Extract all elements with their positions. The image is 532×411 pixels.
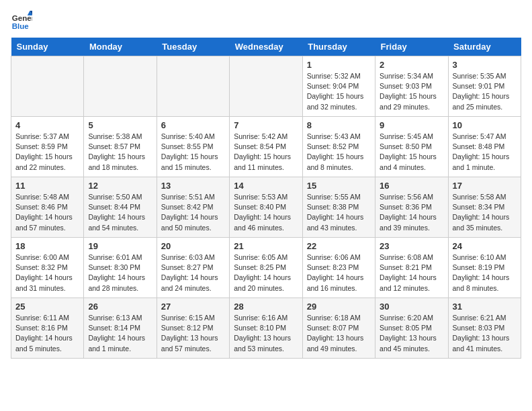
day-info: Sunrise: 5:50 AM Sunset: 8:44 PM Dayligh…	[88, 192, 152, 233]
day-number: 9	[380, 120, 443, 130]
calendar-week-row: 18Sunrise: 6:00 AM Sunset: 8:32 PM Dayli…	[11, 238, 521, 298]
calendar-cell	[157, 56, 229, 117]
weekday-header: Sunday	[11, 38, 84, 56]
calendar-cell: 31Sunrise: 6:21 AM Sunset: 8:03 PM Dayli…	[448, 298, 521, 359]
day-number: 30	[380, 302, 443, 312]
calendar-week-row: 11Sunrise: 5:48 AM Sunset: 8:46 PM Dayli…	[11, 177, 521, 238]
day-number: 23	[380, 241, 443, 251]
day-number: 22	[307, 241, 371, 251]
day-number: 2	[380, 60, 443, 70]
day-number: 16	[380, 181, 443, 191]
calendar-cell: 28Sunrise: 6:16 AM Sunset: 8:10 PM Dayli…	[230, 298, 302, 359]
day-info: Sunrise: 5:34 AM Sunset: 9:03 PM Dayligh…	[380, 71, 443, 112]
day-info: Sunrise: 5:51 AM Sunset: 8:42 PM Dayligh…	[161, 192, 225, 233]
weekday-header: Saturday	[448, 38, 521, 56]
day-number: 10	[453, 120, 517, 130]
calendar-cell: 9Sunrise: 5:45 AM Sunset: 8:50 PM Daylig…	[375, 117, 448, 177]
day-number: 17	[453, 181, 517, 191]
day-number: 1	[307, 60, 371, 70]
calendar-cell: 3Sunrise: 5:35 AM Sunset: 9:01 PM Daylig…	[448, 56, 521, 117]
calendar-cell: 8Sunrise: 5:43 AM Sunset: 8:52 PM Daylig…	[302, 117, 375, 177]
day-info: Sunrise: 5:47 AM Sunset: 8:48 PM Dayligh…	[453, 132, 517, 173]
day-number: 25	[15, 302, 79, 312]
day-number: 4	[15, 120, 79, 130]
day-info: Sunrise: 6:10 AM Sunset: 8:19 PM Dayligh…	[453, 253, 517, 293]
day-info: Sunrise: 6:18 AM Sunset: 8:07 PM Dayligh…	[307, 313, 371, 354]
calendar-cell: 27Sunrise: 6:15 AM Sunset: 8:12 PM Dayli…	[157, 298, 229, 359]
logo: General Blue	[11, 11, 32, 32]
day-info: Sunrise: 6:16 AM Sunset: 8:10 PM Dayligh…	[234, 313, 298, 354]
day-number: 26	[88, 302, 152, 312]
day-number: 13	[161, 181, 225, 191]
day-info: Sunrise: 6:13 AM Sunset: 8:14 PM Dayligh…	[88, 313, 152, 354]
calendar-cell: 23Sunrise: 6:08 AM Sunset: 8:21 PM Dayli…	[375, 238, 448, 298]
day-info: Sunrise: 5:45 AM Sunset: 8:50 PM Dayligh…	[380, 132, 443, 173]
day-number: 8	[307, 120, 371, 130]
day-number: 15	[307, 181, 371, 191]
calendar-cell: 14Sunrise: 5:53 AM Sunset: 8:40 PM Dayli…	[230, 177, 302, 238]
svg-text:Blue: Blue	[12, 22, 30, 30]
calendar-cell: 2Sunrise: 5:34 AM Sunset: 9:03 PM Daylig…	[375, 56, 448, 117]
calendar-cell: 26Sunrise: 6:13 AM Sunset: 8:14 PM Dayli…	[84, 298, 157, 359]
day-number: 18	[15, 241, 79, 251]
day-number: 7	[234, 120, 298, 130]
calendar-cell: 1Sunrise: 5:32 AM Sunset: 9:04 PM Daylig…	[302, 56, 375, 117]
calendar-cell: 13Sunrise: 5:51 AM Sunset: 8:42 PM Dayli…	[157, 177, 229, 238]
day-info: Sunrise: 6:06 AM Sunset: 8:23 PM Dayligh…	[307, 253, 371, 293]
day-info: Sunrise: 6:05 AM Sunset: 8:25 PM Dayligh…	[234, 253, 298, 293]
calendar-cell: 12Sunrise: 5:50 AM Sunset: 8:44 PM Dayli…	[84, 177, 157, 238]
calendar-cell	[230, 56, 302, 117]
day-number: 5	[88, 120, 152, 130]
calendar-header-row: SundayMondayTuesdayWednesdayThursdayFrid…	[11, 38, 521, 56]
calendar-cell: 10Sunrise: 5:47 AM Sunset: 8:48 PM Dayli…	[448, 117, 521, 177]
day-info: Sunrise: 5:56 AM Sunset: 8:36 PM Dayligh…	[380, 192, 443, 233]
day-info: Sunrise: 6:20 AM Sunset: 8:05 PM Dayligh…	[380, 313, 443, 354]
calendar-cell: 4Sunrise: 5:37 AM Sunset: 8:59 PM Daylig…	[11, 117, 84, 177]
calendar-cell: 19Sunrise: 6:01 AM Sunset: 8:30 PM Dayli…	[84, 238, 157, 298]
day-number: 19	[88, 241, 152, 251]
calendar-cell: 16Sunrise: 5:56 AM Sunset: 8:36 PM Dayli…	[375, 177, 448, 238]
day-number: 6	[161, 120, 225, 130]
day-info: Sunrise: 5:32 AM Sunset: 9:04 PM Dayligh…	[307, 71, 371, 112]
day-info: Sunrise: 5:40 AM Sunset: 8:55 PM Dayligh…	[161, 132, 225, 173]
calendar-body: 1Sunrise: 5:32 AM Sunset: 9:04 PM Daylig…	[11, 56, 521, 359]
calendar-week-row: 1Sunrise: 5:32 AM Sunset: 9:04 PM Daylig…	[11, 56, 521, 117]
calendar-cell: 20Sunrise: 6:03 AM Sunset: 8:27 PM Dayli…	[157, 238, 229, 298]
day-number: 20	[161, 241, 225, 251]
day-info: Sunrise: 6:21 AM Sunset: 8:03 PM Dayligh…	[453, 313, 517, 354]
day-info: Sunrise: 5:38 AM Sunset: 8:57 PM Dayligh…	[88, 132, 152, 173]
day-info: Sunrise: 5:35 AM Sunset: 9:01 PM Dayligh…	[453, 71, 517, 112]
day-info: Sunrise: 5:48 AM Sunset: 8:46 PM Dayligh…	[15, 192, 79, 233]
weekday-header: Monday	[84, 38, 157, 56]
calendar-cell: 18Sunrise: 6:00 AM Sunset: 8:32 PM Dayli…	[11, 238, 84, 298]
calendar-cell	[84, 56, 157, 117]
day-info: Sunrise: 6:08 AM Sunset: 8:21 PM Dayligh…	[380, 253, 443, 293]
day-info: Sunrise: 6:15 AM Sunset: 8:12 PM Dayligh…	[161, 313, 225, 354]
weekday-header: Wednesday	[230, 38, 302, 56]
day-info: Sunrise: 6:11 AM Sunset: 8:16 PM Dayligh…	[15, 313, 79, 354]
day-info: Sunrise: 5:53 AM Sunset: 8:40 PM Dayligh…	[234, 192, 298, 233]
day-number: 24	[453, 241, 517, 251]
day-info: Sunrise: 5:55 AM Sunset: 8:38 PM Dayligh…	[307, 192, 371, 233]
day-info: Sunrise: 6:03 AM Sunset: 8:27 PM Dayligh…	[161, 253, 225, 293]
weekday-header: Tuesday	[157, 38, 229, 56]
calendar-week-row: 25Sunrise: 6:11 AM Sunset: 8:16 PM Dayli…	[11, 298, 521, 359]
calendar-cell: 11Sunrise: 5:48 AM Sunset: 8:46 PM Dayli…	[11, 177, 84, 238]
day-number: 14	[234, 181, 298, 191]
calendar-week-row: 4Sunrise: 5:37 AM Sunset: 8:59 PM Daylig…	[11, 117, 521, 177]
day-info: Sunrise: 5:58 AM Sunset: 8:34 PM Dayligh…	[453, 192, 517, 233]
day-number: 31	[453, 302, 517, 312]
weekday-header: Thursday	[302, 38, 375, 56]
calendar-cell: 21Sunrise: 6:05 AM Sunset: 8:25 PM Dayli…	[230, 238, 302, 298]
day-number: 21	[234, 241, 298, 251]
day-number: 29	[307, 302, 371, 312]
calendar-cell: 15Sunrise: 5:55 AM Sunset: 8:38 PM Dayli…	[302, 177, 375, 238]
page-header: General Blue	[11, 11, 521, 32]
calendar-cell: 5Sunrise: 5:38 AM Sunset: 8:57 PM Daylig…	[84, 117, 157, 177]
calendar-cell	[11, 56, 84, 117]
calendar-cell: 30Sunrise: 6:20 AM Sunset: 8:05 PM Dayli…	[375, 298, 448, 359]
calendar-cell: 7Sunrise: 5:42 AM Sunset: 8:54 PM Daylig…	[230, 117, 302, 177]
calendar-cell: 29Sunrise: 6:18 AM Sunset: 8:07 PM Dayli…	[302, 298, 375, 359]
calendar-cell: 22Sunrise: 6:06 AM Sunset: 8:23 PM Dayli…	[302, 238, 375, 298]
day-number: 27	[161, 302, 225, 312]
